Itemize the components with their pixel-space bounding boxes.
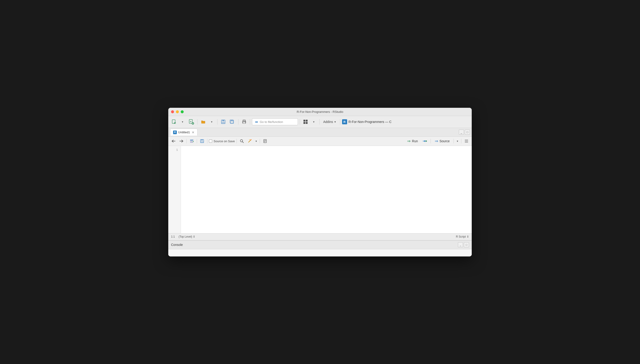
- save-all-button[interactable]: [228, 118, 236, 126]
- source-button[interactable]: ⇒ Source: [432, 138, 452, 144]
- svg-rect-25: [201, 141, 203, 142]
- layout-button[interactable]: [302, 118, 309, 126]
- console-maximize-button[interactable]: □: [464, 242, 469, 247]
- maximize-pane-icon: □: [466, 130, 468, 134]
- doc-outline-button[interactable]: [262, 138, 269, 144]
- svg-line-27: [242, 142, 243, 143]
- run-label: Run: [412, 139, 418, 143]
- svg-line-28: [249, 140, 251, 142]
- close-button[interactable]: [171, 110, 174, 113]
- svg-rect-16: [243, 122, 245, 124]
- svg-line-30: [249, 140, 249, 140]
- forward-icon: [179, 140, 184, 143]
- line-numbers: 1: [168, 146, 181, 233]
- back-icon: [172, 140, 176, 143]
- scope-display[interactable]: (Top Level) ⇕: [179, 235, 195, 238]
- ed-sep-4: [237, 139, 237, 144]
- file-type-dropdown-icon[interactable]: ⇕: [467, 235, 469, 238]
- save-button[interactable]: [219, 118, 227, 126]
- addins-button[interactable]: Addins ▼: [321, 118, 338, 126]
- console-maximize-icon: □: [466, 243, 467, 246]
- goto-current-icon: [190, 139, 194, 143]
- tab-r-icon: R: [173, 130, 177, 134]
- svg-line-32: [250, 140, 250, 140]
- open-file-icon: [201, 119, 206, 124]
- window-title: R-For-Non-Programmers - RStudio: [297, 110, 343, 114]
- forward-button[interactable]: [178, 138, 185, 144]
- separator-1: [197, 119, 198, 124]
- scope-dropdown-icon: ⇕: [193, 235, 195, 238]
- code-editor[interactable]: [181, 146, 472, 233]
- ed-sep-1: [186, 139, 187, 144]
- run-button[interactable]: ⇒ Run: [405, 138, 420, 144]
- separator-4: [250, 119, 250, 124]
- tab-untitled1[interactable]: R Untitled1 ✕: [170, 129, 198, 136]
- separator-5: [300, 119, 300, 124]
- folder-dropdown-arrow-icon: ▼: [211, 121, 213, 123]
- separator-6: [319, 119, 320, 124]
- open-file-dropdown[interactable]: ▼: [208, 118, 215, 126]
- maximize-button[interactable]: [181, 110, 184, 113]
- svg-rect-10: [222, 122, 225, 123]
- print-icon: [242, 119, 247, 124]
- rstudio-window: R-For-Non-Programmers - RStudio ▼ R: [168, 108, 472, 256]
- goto-placeholder: Go to file/function: [260, 120, 283, 124]
- print-button[interactable]: [240, 118, 248, 126]
- editor-save-icon: [200, 139, 204, 143]
- ed-sep-5: [260, 139, 260, 144]
- maximize-pane-button[interactable]: □: [465, 130, 470, 135]
- svg-rect-20: [190, 140, 193, 140]
- svg-text:R: R: [190, 121, 192, 123]
- svg-point-29: [251, 139, 252, 140]
- svg-rect-12: [231, 120, 233, 121]
- goto-file-button[interactable]: ➡ Go to file/function: [252, 118, 298, 125]
- source-on-save-checkbox[interactable]: [209, 140, 212, 143]
- file-type: R Script: [456, 235, 466, 238]
- minimize-button[interactable]: [176, 110, 179, 113]
- back-button[interactable]: [170, 138, 177, 144]
- console-minimize-button[interactable]: _: [458, 242, 463, 247]
- separator-7: [340, 119, 340, 124]
- dropdown-arrow-icon: ▼: [181, 121, 184, 123]
- tab-close-button[interactable]: ✕: [192, 130, 195, 134]
- new-file-button[interactable]: [170, 118, 178, 126]
- console-title: Console: [171, 243, 183, 246]
- rerun-icon: [422, 139, 428, 143]
- cursor-position: 1:1: [171, 235, 175, 238]
- console-area: Console _ □: [168, 240, 472, 256]
- source-dropdown-button[interactable]: ▼: [455, 138, 459, 144]
- save-icon: [221, 119, 226, 124]
- lines-button[interactable]: [463, 138, 470, 144]
- magic-wand-button[interactable]: [246, 138, 254, 144]
- console-minimize-icon: _: [460, 243, 461, 246]
- r-project-icon: R: [342, 119, 347, 124]
- source-arrow-icon: ⇒: [435, 138, 438, 144]
- magic-wand-dropdown-arrow-icon: ▼: [255, 140, 257, 142]
- new-r-script-icon: R: [189, 119, 194, 124]
- editor-area: R Untitled1 ✕ _ □: [168, 128, 472, 240]
- layout-dropdown-arrow-icon: ▼: [313, 121, 315, 123]
- console-header: Console _ □: [168, 240, 472, 249]
- editor-save-button[interactable]: [199, 138, 206, 144]
- tab-window-controls: _ □: [459, 130, 470, 135]
- rerun-button[interactable]: [421, 138, 429, 144]
- source-on-save-label[interactable]: Source on Save: [209, 140, 235, 143]
- magic-wand-dropdown[interactable]: ▼: [255, 138, 258, 144]
- svg-line-31: [250, 139, 250, 140]
- code-area: 1: [168, 146, 472, 233]
- magic-wand-icon: [248, 139, 252, 143]
- new-file-dropdown[interactable]: ▼: [179, 118, 186, 126]
- new-r-script-button[interactable]: R: [187, 118, 195, 126]
- open-file-button[interactable]: [199, 118, 207, 126]
- search-button[interactable]: [238, 138, 245, 144]
- ed-sep-3: [207, 139, 207, 144]
- tab-label: Untitled1: [178, 130, 190, 134]
- minimize-pane-button[interactable]: _: [459, 130, 464, 135]
- source-label: Source: [439, 139, 450, 143]
- goto-current-button[interactable]: [188, 138, 195, 144]
- ed-sep-2: [197, 139, 197, 144]
- layout-dropdown[interactable]: ▼: [310, 118, 317, 126]
- project-name: R-For-Non-Programmers — C: [348, 120, 391, 124]
- new-file-icon: [172, 119, 177, 124]
- source-dropdown-arrow-icon: ▼: [456, 140, 459, 142]
